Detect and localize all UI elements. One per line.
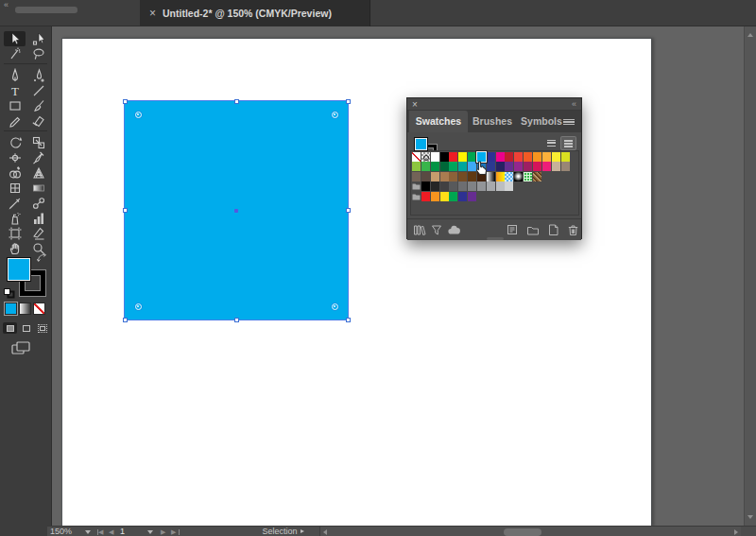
swatch[interactable] bbox=[496, 182, 505, 191]
panel-title-bar[interactable]: × « bbox=[407, 98, 581, 111]
swatch[interactable] bbox=[505, 152, 513, 162]
swatch[interactable] bbox=[487, 152, 495, 162]
live-corner-widget[interactable] bbox=[135, 112, 142, 118]
live-corner-widget[interactable] bbox=[332, 112, 338, 118]
last-artboard-icon[interactable]: ▶ bbox=[171, 527, 176, 536]
hand-tool[interactable] bbox=[4, 241, 26, 256]
swatch[interactable] bbox=[440, 172, 449, 182]
selection-handle[interactable] bbox=[346, 208, 351, 213]
swatch[interactable] bbox=[487, 162, 495, 171]
swatch[interactable] bbox=[514, 162, 523, 171]
dock-grip[interactable] bbox=[15, 7, 77, 13]
swatch[interactable] bbox=[552, 162, 560, 171]
status-display[interactable]: Selection bbox=[232, 527, 327, 536]
new-color-group-icon[interactable] bbox=[526, 223, 540, 240]
swatch[interactable] bbox=[449, 172, 457, 182]
status-menu-icon[interactable] bbox=[301, 529, 304, 533]
swatch[interactable] bbox=[449, 192, 457, 201]
selection-handle[interactable] bbox=[123, 318, 128, 322]
curvature-tool[interactable] bbox=[27, 68, 49, 83]
live-corner-widget[interactable] bbox=[332, 303, 338, 310]
list-view-button[interactable] bbox=[544, 137, 558, 149]
default-fill-stroke-icon[interactable] bbox=[4, 288, 15, 299]
swatch[interactable] bbox=[431, 162, 439, 171]
scroll-right-icon[interactable] bbox=[734, 529, 738, 535]
swatch[interactable] bbox=[533, 152, 541, 162]
selection-tool[interactable] bbox=[4, 31, 26, 46]
blend-tool[interactable] bbox=[27, 196, 49, 211]
swatch[interactable] bbox=[421, 162, 430, 171]
tab-symbols[interactable]: Symbols bbox=[517, 111, 566, 132]
swatch[interactable] bbox=[458, 152, 467, 162]
prev-artboard-icon[interactable]: ◀ bbox=[109, 527, 113, 536]
swatch[interactable] bbox=[542, 152, 551, 162]
color-group-folder[interactable] bbox=[412, 192, 421, 201]
slice-tool[interactable] bbox=[27, 226, 49, 241]
swatch-gradient[interactable] bbox=[514, 172, 523, 182]
color-button[interactable] bbox=[5, 303, 17, 315]
artboard-menu-icon[interactable] bbox=[147, 530, 153, 534]
swatch[interactable] bbox=[468, 182, 476, 191]
swatch[interactable] bbox=[431, 182, 439, 191]
swatch-gradient[interactable] bbox=[487, 172, 495, 182]
tab-swatches[interactable]: Swatches bbox=[409, 111, 468, 132]
shaper-tool[interactable] bbox=[4, 113, 26, 129]
swatch[interactable] bbox=[449, 162, 457, 171]
cc-libraries-icon[interactable] bbox=[447, 223, 460, 240]
swatch-registration[interactable] bbox=[421, 152, 430, 162]
swatch[interactable] bbox=[542, 162, 551, 171]
swatch[interactable] bbox=[505, 162, 513, 171]
selection-handle[interactable] bbox=[234, 318, 239, 322]
swatch[interactable] bbox=[412, 172, 421, 182]
swatch[interactable] bbox=[431, 192, 439, 201]
rectangle-tool[interactable] bbox=[4, 98, 26, 113]
panel-fill-proxy[interactable] bbox=[414, 137, 428, 151]
swatch[interactable] bbox=[496, 162, 505, 171]
horizontal-scroll-thumb[interactable] bbox=[504, 528, 541, 536]
swatch-gradient[interactable] bbox=[496, 172, 505, 182]
swatch[interactable] bbox=[449, 182, 457, 191]
swatch-pattern[interactable] bbox=[524, 172, 532, 182]
free-transform-tool[interactable] bbox=[27, 150, 49, 165]
first-artboard-icon[interactable]: ◀ bbox=[98, 527, 103, 536]
swatch[interactable] bbox=[561, 152, 570, 162]
swatch[interactable] bbox=[431, 172, 439, 182]
zoom-level-field[interactable]: 150% bbox=[50, 527, 72, 536]
perspective-grid-tool[interactable] bbox=[27, 165, 49, 181]
swatch[interactable] bbox=[487, 182, 495, 191]
close-tab-icon[interactable]: × bbox=[149, 8, 156, 19]
panel-resize-grip[interactable] bbox=[487, 237, 504, 240]
magic-wand-tool[interactable] bbox=[4, 46, 26, 61]
live-corner-widget[interactable] bbox=[135, 303, 142, 310]
swatch[interactable] bbox=[561, 162, 570, 171]
swatch[interactable] bbox=[440, 192, 449, 201]
column-graph-tool[interactable] bbox=[27, 211, 49, 226]
lasso-tool[interactable] bbox=[27, 46, 49, 61]
swatch[interactable] bbox=[440, 152, 449, 162]
selection-handle[interactable] bbox=[346, 318, 351, 322]
swatch[interactable] bbox=[440, 182, 449, 191]
swatch[interactable] bbox=[421, 172, 430, 182]
selection-handle[interactable] bbox=[234, 99, 239, 104]
swatch[interactable] bbox=[440, 162, 449, 171]
gradient-tool[interactable] bbox=[27, 181, 49, 196]
shape-builder-tool[interactable] bbox=[4, 165, 26, 181]
direct-selection-tool[interactable] bbox=[27, 31, 49, 46]
swatch[interactable] bbox=[552, 152, 560, 162]
draw-inside-button[interactable] bbox=[35, 322, 49, 334]
artboard-tool[interactable] bbox=[4, 226, 26, 241]
grid-view-button[interactable] bbox=[561, 137, 576, 149]
gradient-button[interactable] bbox=[19, 303, 31, 315]
swatch[interactable] bbox=[477, 182, 486, 191]
show-swatch-kinds-icon[interactable] bbox=[430, 223, 443, 240]
collapse-dock-icon[interactable]: « bbox=[4, 0, 8, 9]
swatch[interactable] bbox=[458, 162, 467, 171]
rotate-tool[interactable] bbox=[4, 135, 26, 150]
screen-mode-button[interactable] bbox=[11, 341, 30, 354]
eyedropper-tool[interactable] bbox=[4, 196, 26, 211]
eraser-tool[interactable] bbox=[27, 113, 49, 129]
next-artboard-icon[interactable]: ▶ bbox=[161, 527, 165, 536]
scale-tool[interactable] bbox=[27, 135, 49, 150]
mesh-tool[interactable] bbox=[4, 181, 26, 196]
swatch[interactable] bbox=[505, 182, 513, 191]
